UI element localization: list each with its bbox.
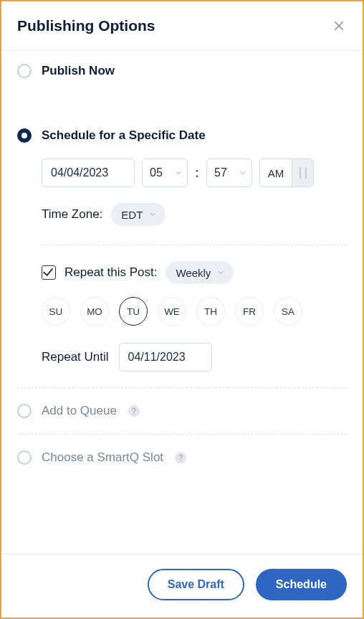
repeat-until-field[interactable]	[119, 343, 212, 372]
timezone-value: EDT	[121, 209, 143, 221]
publish-now-label: Publish Now	[42, 64, 115, 78]
date-field[interactable]	[42, 159, 135, 187]
day-we[interactable]: WE	[158, 297, 186, 326]
frequency-select[interactable]: Weekly	[166, 261, 234, 284]
date-input[interactable]	[49, 166, 127, 180]
save-draft-button[interactable]: Save Draft	[148, 569, 244, 600]
repeat-until-row: Repeat Until	[42, 343, 347, 372]
day-mo[interactable]: MO	[80, 297, 109, 326]
day-tu[interactable]: TU	[119, 297, 148, 326]
smartq-radio[interactable]	[17, 450, 32, 465]
help-icon[interactable]: ?	[175, 452, 186, 463]
repeat-row: Repeat this Post: Weekly	[42, 261, 347, 284]
dialog-title: Publishing Options	[17, 17, 155, 34]
repeat-checkbox[interactable]	[42, 265, 56, 280]
timezone-row: Time Zone: EDT	[42, 203, 347, 226]
day-selector: SU MO TU WE TH FR SA	[42, 297, 347, 326]
divider	[42, 245, 347, 245]
hour-select[interactable]: 05	[142, 159, 188, 187]
dialog-header: Publishing Options	[1, 1, 363, 51]
add-to-queue-radio[interactable]	[17, 404, 32, 418]
dialog-body: Publish Now Schedule for a Specific Date…	[1, 51, 363, 554]
datetime-row: 05 : 57 AM	[42, 159, 347, 187]
chevron-down-icon	[239, 169, 247, 177]
ampm-handle[interactable]	[292, 159, 313, 186]
option-schedule: Schedule for a Specific Date 05 : 57	[17, 128, 347, 387]
publishing-options-dialog: Publishing Options Publish Now Schedule …	[0, 0, 364, 619]
repeat-until-label: Repeat Until	[42, 350, 109, 364]
schedule-button[interactable]: Schedule	[256, 569, 347, 600]
smartq-row[interactable]: Choose a SmartQ Slot ?	[17, 450, 347, 465]
day-sa[interactable]: SA	[274, 297, 302, 326]
day-fr[interactable]: FR	[235, 297, 264, 326]
ampm-toggle: AM	[259, 159, 314, 187]
schedule-label: Schedule for a Specific Date	[42, 128, 206, 143]
drag-handle-icon	[300, 167, 307, 179]
publish-now-radio[interactable]	[17, 64, 32, 78]
chevron-down-icon	[216, 268, 225, 277]
spacer	[17, 94, 347, 128]
add-to-queue-label: Add to Queue	[42, 404, 117, 418]
hour-value: 05	[150, 166, 163, 179]
day-su[interactable]: SU	[42, 297, 70, 326]
option-smartq: Choose a SmartQ Slot ?	[17, 435, 347, 481]
time-colon: :	[195, 166, 199, 181]
option-publish-now: Publish Now	[17, 64, 347, 94]
timezone-label: Time Zone:	[42, 207, 102, 222]
close-icon	[332, 19, 345, 32]
publish-now-row[interactable]: Publish Now	[17, 64, 347, 78]
chevron-down-icon	[174, 169, 183, 177]
option-add-to-queue: Add to Queue ?	[17, 388, 347, 434]
help-icon[interactable]: ?	[128, 405, 140, 417]
repeat-until-input[interactable]	[127, 350, 204, 364]
schedule-radio[interactable]	[17, 128, 32, 143]
close-button[interactable]	[331, 18, 347, 34]
chevron-down-icon	[148, 210, 157, 219]
schedule-row[interactable]: Schedule for a Specific Date	[17, 128, 347, 143]
schedule-details: 05 : 57 AM Time	[17, 159, 347, 372]
add-to-queue-row[interactable]: Add to Queue ?	[17, 404, 347, 418]
day-th[interactable]: TH	[196, 297, 225, 326]
minute-select[interactable]: 57	[206, 159, 252, 187]
frequency-value: Weekly	[176, 267, 211, 279]
timezone-select[interactable]: EDT	[111, 203, 166, 226]
ampm-label: AM	[260, 159, 292, 186]
smartq-label: Choose a SmartQ Slot	[42, 450, 163, 465]
repeat-label: Repeat this Post:	[64, 265, 157, 280]
dialog-footer: Save Draft Schedule	[1, 554, 363, 618]
minute-value: 57	[214, 166, 227, 179]
